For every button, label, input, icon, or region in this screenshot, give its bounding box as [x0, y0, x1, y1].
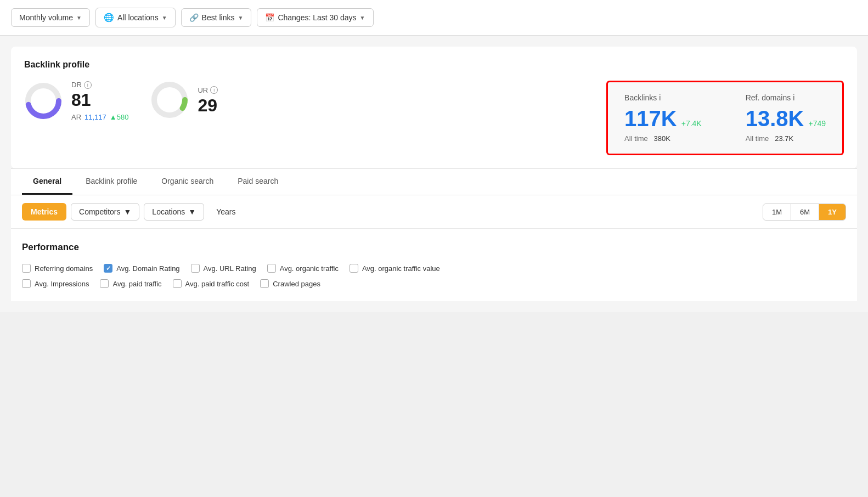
backlinks-alltime: All time 380K	[624, 134, 702, 143]
checkboxes-row-2: Avg. Impressions Avg. paid traffic Avg. …	[22, 279, 846, 288]
checkbox-avg-domain-rating[interactable]: Avg. Domain Rating	[104, 264, 179, 273]
best-links-label: Best links	[202, 13, 235, 22]
backlinks-alltime-value: 380K	[654, 134, 670, 143]
competitors-arrow-icon: ▼	[124, 207, 132, 216]
checkbox-avg-paid-traffic-box[interactable]	[100, 279, 109, 288]
backlinks-label: Backlinks i	[624, 93, 702, 102]
checkbox-avg-paid-traffic[interactable]: Avg. paid traffic	[100, 279, 161, 288]
checkbox-crawled-pages[interactable]: Crawled pages	[260, 279, 320, 288]
all-locations-dropdown[interactable]: 🌐 All locations ▼	[95, 8, 176, 27]
locations-dropdown[interactable]: Locations ▼	[144, 203, 204, 221]
toolbar: Monthly volume ▼ 🌐 All locations ▼ 🔗 Bes…	[0, 0, 868, 36]
ar-change: ▲580	[110, 113, 129, 121]
svg-point-5	[160, 90, 179, 110]
ref-domains-alltime: All time 23.7K	[746, 134, 826, 143]
checkbox-referring-domains-label: Referring domains	[35, 264, 93, 273]
metrics-button[interactable]: Metrics	[22, 203, 66, 221]
checkbox-avg-paid-traffic-cost[interactable]: Avg. paid traffic cost	[173, 279, 250, 288]
ur-label: UR i	[198, 86, 218, 94]
changes-arrow-icon: ▼	[360, 15, 365, 21]
dr-metric-block: DR i 81 AR 11,117 ▲580	[24, 81, 128, 121]
changes-label: Changes: Last 30 days	[278, 13, 356, 22]
checkbox-avg-url-rating[interactable]: Avg. URL Rating	[191, 264, 256, 273]
backlinks-change: +7.4K	[681, 119, 702, 128]
ur-info-icon[interactable]: i	[210, 86, 218, 94]
ref-domains-change: +749	[808, 119, 826, 128]
tab-general[interactable]: General	[22, 169, 72, 195]
dr-info-icon[interactable]: i	[84, 81, 92, 89]
competitors-label: Competitors	[79, 207, 120, 216]
competitors-dropdown[interactable]: Competitors ▼	[71, 203, 139, 221]
ref-domains-metric: Ref. domains i 13.8K +749 All time 23.7K	[746, 93, 826, 143]
checkbox-avg-domain-rating-box[interactable]	[104, 264, 112, 273]
monthly-volume-label: Monthly volume	[19, 13, 73, 22]
calendar-icon: 📅	[265, 13, 274, 22]
locations-label: Locations	[152, 207, 185, 216]
ar-row: AR 11,117 ▲580	[71, 113, 128, 121]
checkbox-crawled-pages-label: Crawled pages	[273, 280, 320, 288]
checkbox-avg-impressions-box[interactable]	[22, 279, 31, 288]
checkbox-avg-impressions[interactable]: Avg. Impressions	[22, 279, 89, 288]
metrics-bar: Metrics Competitors ▼ Locations ▼ Years …	[11, 195, 857, 229]
checkbox-avg-url-rating-label: Avg. URL Rating	[204, 264, 256, 273]
dr-donut-chart	[24, 82, 63, 120]
best-links-dropdown[interactable]: 🔗 Best links ▼	[181, 8, 252, 27]
all-locations-label: All locations	[117, 13, 159, 22]
checkboxes-row-1: Referring domains Avg. Domain Rating Avg…	[22, 264, 846, 273]
checkbox-referring-domains[interactable]: Referring domains	[22, 264, 93, 273]
backlinks-value: 117K +7.4K	[624, 106, 702, 131]
years-label: Years	[216, 207, 235, 216]
tab-organic-search[interactable]: Organic search	[150, 169, 224, 195]
checkbox-referring-domains-box[interactable]	[22, 264, 31, 273]
checkbox-avg-paid-traffic-cost-box[interactable]	[173, 279, 182, 288]
all-locations-arrow-icon: ▼	[162, 15, 167, 21]
ur-value: 29	[198, 97, 218, 114]
checkbox-avg-organic-traffic-value[interactable]: Avg. organic traffic value	[350, 264, 440, 273]
ref-domains-value: 13.8K +749	[746, 106, 826, 131]
checkbox-avg-organic-traffic-label: Avg. organic traffic	[280, 264, 339, 273]
main-content: Backlink profile DR i 81 AR 1	[0, 36, 868, 312]
ur-donut-chart	[150, 81, 189, 119]
monthly-volume-arrow-icon: ▼	[76, 15, 82, 21]
checkbox-crawled-pages-box[interactable]	[260, 279, 269, 288]
checkbox-avg-organic-traffic[interactable]: Avg. organic traffic	[267, 264, 339, 273]
ref-domains-label: Ref. domains i	[746, 93, 826, 102]
svg-point-2	[33, 91, 53, 111]
locations-arrow-icon: ▼	[188, 207, 196, 216]
ar-value: 11,117	[84, 113, 106, 121]
performance-title: Performance	[22, 242, 846, 253]
highlighted-metrics-box: Backlinks i 117K +7.4K All time 380K	[606, 81, 844, 155]
backlink-profile-title: Backlink profile	[24, 60, 844, 70]
time-6m-button[interactable]: 6M	[791, 204, 819, 220]
backlinks-metric: Backlinks i 117K +7.4K All time 380K	[624, 93, 702, 143]
checkbox-avg-paid-traffic-label: Avg. paid traffic	[112, 280, 161, 288]
performance-section: Performance Referring domains Avg. Domai…	[11, 229, 857, 301]
ur-metric-block: UR i 29	[150, 81, 218, 119]
checkbox-avg-impressions-label: Avg. Impressions	[35, 280, 89, 288]
checkbox-avg-organic-traffic-box[interactable]	[267, 264, 276, 273]
checkbox-avg-domain-rating-label: Avg. Domain Rating	[116, 264, 179, 273]
metrics-row: DR i 81 AR 11,117 ▲580	[24, 81, 844, 155]
backlink-profile-section: Backlink profile DR i 81 AR 1	[11, 47, 857, 168]
monthly-volume-dropdown[interactable]: Monthly volume ▼	[11, 8, 90, 27]
ref-domains-info-icon[interactable]: i	[793, 93, 794, 102]
time-range-buttons: 1M 6M 1Y	[763, 204, 846, 221]
ar-label: AR	[71, 113, 81, 121]
time-1y-button[interactable]: 1Y	[819, 204, 846, 220]
tabs-bar: General Backlink profile Organic search …	[11, 168, 857, 195]
globe-icon: 🌐	[104, 13, 114, 22]
dr-info: DR i 81 AR 11,117 ▲580	[71, 81, 128, 121]
tab-backlink-profile[interactable]: Backlink profile	[75, 169, 148, 195]
time-1m-button[interactable]: 1M	[763, 204, 791, 220]
backlinks-info-icon[interactable]: i	[659, 93, 661, 102]
best-links-arrow-icon: ▼	[238, 15, 243, 21]
checkbox-avg-url-rating-box[interactable]	[191, 264, 200, 273]
dr-label: DR i	[71, 81, 128, 89]
tab-paid-search[interactable]: Paid search	[227, 169, 289, 195]
checkbox-avg-organic-traffic-value-box[interactable]	[350, 264, 358, 273]
checkbox-avg-organic-traffic-value-label: Avg. organic traffic value	[362, 264, 440, 273]
years-button[interactable]: Years	[208, 204, 243, 220]
changes-dropdown[interactable]: 📅 Changes: Last 30 days ▼	[257, 8, 373, 27]
link-icon: 🔗	[189, 13, 199, 22]
checkbox-avg-paid-traffic-cost-label: Avg. paid traffic cost	[185, 280, 250, 288]
